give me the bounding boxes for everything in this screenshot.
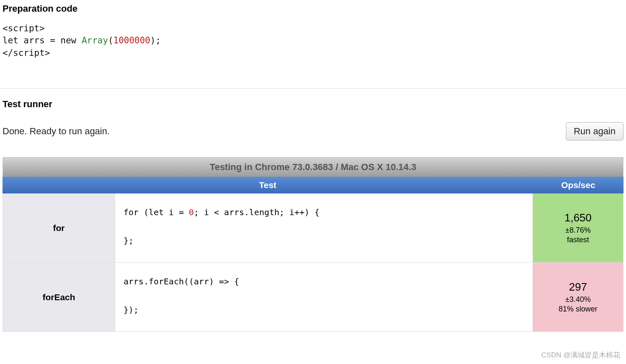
code-number: 0 bbox=[189, 207, 194, 217]
code-text: </scr bbox=[3, 48, 29, 58]
table-row: for for (let i = 0; i < arrs.length; i++… bbox=[3, 193, 623, 263]
ops-rank: 81% slower bbox=[558, 305, 597, 314]
status-text: Done. Ready to run again. bbox=[3, 126, 110, 137]
test-runner-title: Test runner bbox=[3, 99, 623, 110]
code-text: ); bbox=[150, 35, 161, 45]
section-divider bbox=[0, 88, 626, 89]
ops-cell-fastest: 1,650 ±8.76% fastest bbox=[533, 193, 623, 262]
table-header-row: Test Ops/sec bbox=[3, 177, 623, 193]
test-name-cell: forEach bbox=[3, 263, 115, 331]
test-code-cell: for (let i = 0; i < arrs.length; i++) { … bbox=[115, 193, 533, 262]
header-ops: Ops/sec bbox=[533, 177, 623, 193]
code-number: 1000000 bbox=[114, 35, 151, 45]
preparation-title: Preparation code bbox=[3, 3, 623, 14]
ops-value: 297 bbox=[569, 281, 587, 294]
code-text: ipt> bbox=[29, 48, 50, 58]
ops-rank: fastest bbox=[567, 236, 589, 244]
code-keyword-new: new bbox=[61, 35, 82, 45]
results-banner: Testing in Chrome 73.0.3683 / Mac OS X 1… bbox=[3, 157, 623, 177]
ops-cell-slower: 297 ±3.40% 81% slower bbox=[533, 263, 623, 331]
code-text: let arrs = bbox=[3, 35, 61, 45]
test-code-cell: arrs.forEach((arr) => { }); bbox=[115, 263, 533, 331]
code-text: for (let i = bbox=[124, 207, 189, 217]
table-row: forEach arrs.forEach((arr) => { }); 297 … bbox=[3, 263, 623, 332]
results-table: Testing in Chrome 73.0.3683 / Mac OS X 1… bbox=[3, 157, 623, 332]
ops-margin: ±3.40% bbox=[565, 295, 591, 304]
code-text: <script> bbox=[3, 23, 45, 33]
ops-margin: ±8.76% bbox=[565, 226, 591, 235]
preparation-code: <script> let arrs = new Array(1000000); … bbox=[3, 23, 623, 59]
code-text: ( bbox=[108, 35, 114, 45]
code-type: Array bbox=[82, 35, 108, 45]
header-test: Test bbox=[3, 177, 533, 193]
ops-value: 1,650 bbox=[564, 211, 591, 224]
test-name-cell: for bbox=[3, 193, 115, 262]
run-again-button[interactable]: Run again bbox=[566, 122, 623, 141]
